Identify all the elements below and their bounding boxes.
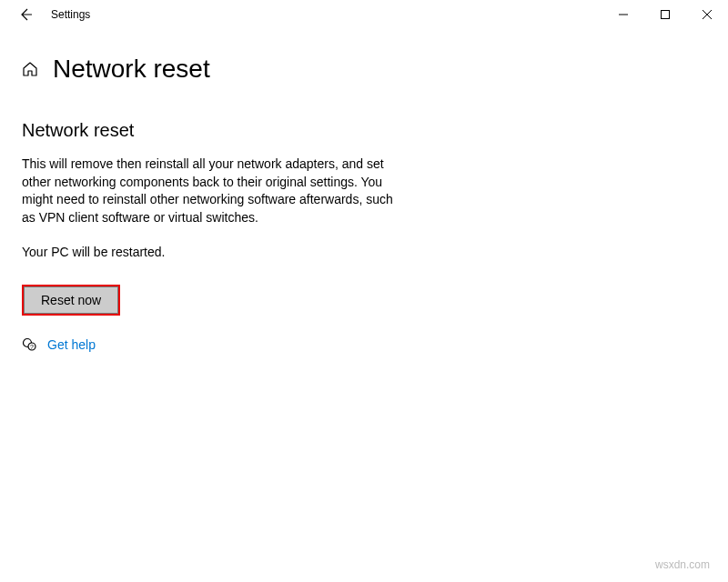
- back-arrow-icon: [18, 7, 33, 22]
- back-button[interactable]: [7, 0, 44, 29]
- close-icon: [703, 10, 712, 19]
- section-title: Network reset: [22, 120, 400, 141]
- page-header: Network reset: [0, 29, 728, 84]
- minimize-button[interactable]: [602, 0, 644, 29]
- titlebar: Settings: [0, 0, 728, 29]
- help-icon: ?: [22, 337, 36, 352]
- maximize-button[interactable]: [644, 0, 686, 29]
- reset-button-highlight: Reset now: [22, 285, 120, 316]
- restart-note: Your PC will be restarted.: [22, 245, 400, 259]
- home-icon[interactable]: [22, 61, 38, 77]
- page-title: Network reset: [53, 55, 210, 84]
- svg-rect-0: [662, 11, 670, 19]
- get-help-link[interactable]: Get help: [47, 337, 96, 352]
- content-area: Network reset This will remove then rein…: [0, 84, 400, 352]
- minimize-icon: [619, 10, 628, 19]
- maximize-icon: [661, 10, 670, 19]
- watermark: wsxdn.com: [655, 558, 710, 571]
- window-title: Settings: [51, 8, 90, 21]
- description-text: This will remove then reinstall all your…: [22, 156, 400, 226]
- close-button[interactable]: [686, 0, 728, 29]
- window-controls: [602, 0, 728, 29]
- reset-now-button[interactable]: Reset now: [24, 286, 118, 314]
- help-row: ? Get help: [22, 337, 400, 352]
- svg-text:?: ?: [30, 344, 34, 350]
